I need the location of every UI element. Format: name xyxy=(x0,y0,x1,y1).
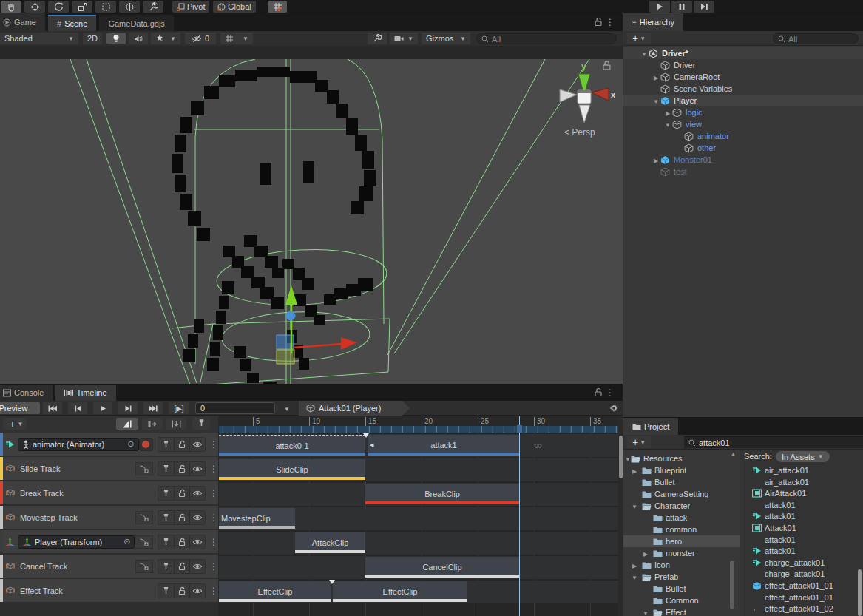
clip-movestepclip[interactable]: MovestepClip xyxy=(219,508,295,529)
custom-tool-button[interactable] xyxy=(143,1,163,13)
folder-item-resources[interactable]: ▼Resources xyxy=(623,453,740,464)
preview-toggle-button[interactable]: Preview xyxy=(0,402,40,414)
track-mute-button[interactable] xyxy=(189,438,205,451)
hierarchy-item-test[interactable]: test xyxy=(623,166,863,177)
grid-visibility-dropdown[interactable]: ▼ xyxy=(220,33,253,44)
foldout-arrow[interactable]: ▼ xyxy=(663,122,672,129)
tab-console[interactable]: Console xyxy=(0,385,53,401)
pause-button[interactable] xyxy=(671,1,692,13)
mix-mode-button[interactable] xyxy=(116,418,138,430)
transform-tool-button[interactable] xyxy=(119,1,140,13)
playhead[interactable] xyxy=(519,416,520,616)
track-menu-icon[interactable]: ⋮ xyxy=(209,561,218,572)
tab-timeline[interactable]: Timeline xyxy=(55,385,116,401)
frame-field-dropdown[interactable]: ▼ xyxy=(284,406,290,413)
curves-toggle-button[interactable] xyxy=(135,511,153,524)
folder-item-icon[interactable]: ▶Icon xyxy=(623,559,740,571)
replace-mode-button[interactable] xyxy=(166,418,186,430)
tab-gamedata[interactable]: GameData.gdjs xyxy=(99,15,174,32)
clip-attack1[interactable]: ◀attack1 xyxy=(368,435,519,456)
scene-search-input[interactable]: All xyxy=(476,33,617,44)
foldout-arrow[interactable]: ▼ xyxy=(641,610,650,616)
foldout-arrow[interactable]: ▶ xyxy=(663,110,672,117)
folder-item-bullet[interactable]: Bullet xyxy=(623,476,740,488)
result-item-air_attack01[interactable]: air_attack01 xyxy=(740,476,863,488)
track-pin-button[interactable] xyxy=(158,535,174,549)
foldout-arrow[interactable]: ▼ xyxy=(652,98,660,105)
hierarchy-add-button[interactable]: +▼ xyxy=(627,33,651,44)
track-lock-button[interactable] xyxy=(174,462,189,475)
hierarchy-search-input[interactable]: All xyxy=(773,33,859,44)
clip-effectclip[interactable]: EffectClip xyxy=(219,581,331,602)
tab-scene[interactable]: # Scene xyxy=(48,15,97,32)
next-frame-button[interactable] xyxy=(118,402,138,414)
lighting-toggle-button[interactable] xyxy=(106,33,126,44)
hierarchy-item-scene-variables[interactable]: Scene Variables xyxy=(623,83,863,95)
track-menu-icon[interactable]: ⋮ xyxy=(209,464,218,474)
scene-visibility-button[interactable]: 0 xyxy=(185,33,216,44)
play-button[interactable] xyxy=(649,1,670,13)
track-lock-button[interactable] xyxy=(174,438,189,451)
result-item-effect_attack01_01[interactable]: effect_attack01_01 xyxy=(740,580,863,592)
track-menu-icon[interactable]: ⋮ xyxy=(209,439,218,450)
track-header-player-transform-[interactable]: Player (Transform)⊙ ⋮ xyxy=(0,530,218,553)
clip-boundary-marker[interactable] xyxy=(363,433,369,438)
scene-viewport[interactable]: y x < Persp xyxy=(0,59,623,398)
scale-tool-button[interactable] xyxy=(72,1,92,13)
step-button[interactable] xyxy=(694,1,714,13)
folder-item-bullet[interactable]: Bullet xyxy=(623,583,740,595)
ripple-mode-button[interactable] xyxy=(142,418,163,430)
scene-tools-button[interactable] xyxy=(368,33,387,44)
hierarchy-item-player[interactable]: ▼Player xyxy=(623,95,863,106)
track-lock-button[interactable] xyxy=(174,511,189,524)
track-pin-button[interactable] xyxy=(158,438,174,451)
result-item-attack01[interactable]: attack01 xyxy=(740,534,863,546)
results-scrollbar-thumb[interactable] xyxy=(858,569,862,616)
track-header-break-track[interactable]: Break Track ⋮ xyxy=(0,481,218,504)
track-menu-icon[interactable]: ⋮ xyxy=(209,512,218,523)
foldout-arrow[interactable]: ▶ xyxy=(630,468,639,475)
track-mute-button[interactable] xyxy=(189,560,205,573)
timeline-panel-menu-icon[interactable]: ⋮ xyxy=(606,387,615,398)
folder-item-effect[interactable]: ▼Effect xyxy=(623,606,740,616)
rect-tool-button[interactable] xyxy=(95,1,116,13)
folder-item-common[interactable]: common xyxy=(623,524,740,535)
frame-field[interactable]: 0 xyxy=(195,402,275,414)
track-header-slide-track[interactable]: Slide Track ⋮ xyxy=(0,457,218,480)
playhead-marker[interactable] xyxy=(517,425,522,433)
hierarchy-item-other[interactable]: other xyxy=(623,142,863,154)
track-menu-icon[interactable]: ⋮ xyxy=(209,537,218,547)
hierarchy-item-animator[interactable]: animator xyxy=(623,130,863,142)
track-pin-button[interactable] xyxy=(158,584,174,598)
track-pin-button[interactable] xyxy=(158,462,174,475)
timeline-vscrollbar-thumb[interactable] xyxy=(619,436,623,478)
goto-end-button[interactable] xyxy=(143,402,163,414)
folder-item-blueprint[interactable]: ▶Blueprint xyxy=(623,464,740,476)
track-header-cancel-track[interactable]: Cancel Track ⋮ xyxy=(0,555,218,578)
folder-tree-scrollbar-thumb[interactable] xyxy=(730,561,734,609)
clip-attackclip[interactable]: AttackClip xyxy=(295,532,365,553)
clip-boundary-marker[interactable] xyxy=(329,580,335,584)
result-item-airattack01[interactable]: AirAttack01 xyxy=(740,487,863,499)
track-mute-button[interactable] xyxy=(189,511,205,524)
timeline-vscrollbar[interactable] xyxy=(618,416,623,616)
record-button[interactable] xyxy=(139,438,153,451)
effects-dropdown[interactable]: ▼ xyxy=(151,33,180,44)
folder-item-attack[interactable]: attack xyxy=(623,512,740,524)
curves-toggle-button[interactable] xyxy=(135,535,153,549)
folder-item-camerasetting[interactable]: CameraSetting xyxy=(623,488,740,500)
timeline-panel-lock-icon[interactable] xyxy=(594,387,603,397)
2d-toggle-button[interactable]: 2D xyxy=(83,33,102,44)
audio-toggle-button[interactable] xyxy=(129,33,148,44)
scene-panel-lock-icon[interactable] xyxy=(594,17,603,27)
rotate-tool-button[interactable] xyxy=(48,1,69,13)
track-menu-icon[interactable]: ⋮ xyxy=(209,586,218,596)
hand-tool-button[interactable] xyxy=(1,1,21,13)
folder-item-monster[interactable]: ▶monster xyxy=(623,547,740,559)
hierarchy-item-monster01[interactable]: ▶Monster01 xyxy=(623,154,863,166)
search-scope-dropdown[interactable]: In Assets▼ xyxy=(776,451,830,462)
foldout-arrow[interactable]: ▶ xyxy=(641,551,650,558)
hierarchy-item-cameraroot[interactable]: ▶CameraRoot xyxy=(623,71,863,83)
clip-cancelclip[interactable]: CancelClip xyxy=(365,557,519,578)
track-pin-button[interactable] xyxy=(158,560,174,573)
